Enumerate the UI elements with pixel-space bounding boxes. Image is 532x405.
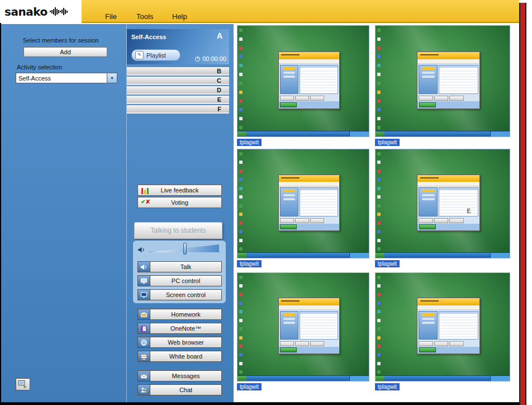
playlist-button[interactable]: ✎ Playlist	[131, 49, 180, 61]
live-feedback-button[interactable]: Live feedback	[137, 185, 222, 196]
chat-label: Chat	[150, 385, 221, 395]
screen-icon	[138, 290, 150, 300]
desktop-icons-column	[377, 152, 381, 251]
whiteboard-icon	[138, 351, 150, 361]
window-body	[417, 64, 479, 96]
system-tray	[490, 131, 510, 136]
window-menu-bar	[417, 305, 479, 310]
student-desktop-preview	[375, 25, 510, 137]
volume-thumb[interactable]	[183, 243, 187, 255]
talk-button[interactable]: Talk	[137, 261, 222, 272]
white-board-label: White board	[150, 351, 221, 361]
web-browser-button[interactable]: Web browser	[137, 337, 222, 348]
window-left-edge	[0, 23, 1, 405]
student-name-label[interactable]: tplagwit	[375, 383, 400, 390]
window-title-bar	[279, 52, 339, 59]
window-status-strip	[417, 101, 479, 108]
sanako-waveform-icon	[50, 7, 68, 16]
window-status-strip	[279, 101, 339, 108]
student-screen-thumbnail[interactable]: tplagwit	[237, 272, 369, 382]
menu-tools[interactable]: Tools	[136, 12, 153, 21]
talking-to-students-header: Talking to students	[134, 222, 222, 239]
chevron-down-icon[interactable]: ▼	[107, 73, 117, 83]
timer-value: 00:00:00	[202, 55, 226, 62]
chat-button[interactable]: Chat	[137, 384, 222, 395]
window-menu-bar	[279, 182, 339, 186]
session-tab-c[interactable]: C	[127, 77, 229, 85]
session-tab-a[interactable]: A	[217, 31, 222, 40]
messages-button[interactable]: Messages	[137, 370, 222, 382]
window-footer-buttons	[417, 341, 479, 347]
window-footer-buttons	[279, 341, 339, 347]
start-button-icon	[376, 253, 384, 258]
activity-selection-dropdown[interactable]: Self-Access ▼	[16, 73, 117, 83]
student-screen-thumbnail[interactable]: tplagwit	[237, 149, 369, 258]
window-sidebar	[280, 311, 298, 340]
envelope-icon	[138, 371, 150, 381]
window-status-strip	[279, 347, 339, 354]
add-button[interactable]: Add	[23, 47, 107, 57]
session-tab-d[interactable]: D	[127, 86, 229, 95]
voting-label: Voting	[171, 199, 188, 206]
system-tray	[349, 253, 369, 258]
student-app-window	[417, 51, 479, 109]
window-status-strip	[417, 347, 479, 354]
window-body	[279, 186, 339, 217]
screen-control-button[interactable]: Screen control	[137, 289, 222, 300]
desktop-icons-column	[377, 29, 381, 129]
student-app-window	[278, 298, 340, 354]
vote-check-cross-icon: ✔✘	[141, 199, 150, 205]
window-list	[300, 311, 338, 340]
student-screen-thumbnail[interactable]: tplagwit	[375, 25, 510, 137]
start-button-icon	[238, 131, 246, 136]
onenote-button[interactable]: OneNote™	[137, 323, 222, 334]
window-sidebar	[280, 187, 298, 216]
window-list	[300, 65, 338, 95]
session-activity-title: Self-Access	[131, 34, 166, 40]
screen-control-label: Screen control	[150, 290, 221, 300]
window-menu-bar	[417, 182, 479, 186]
menu-help[interactable]: Help	[172, 12, 187, 21]
session-tab-e[interactable]: E	[127, 96, 229, 104]
session-tab-f[interactable]: F	[127, 105, 229, 114]
window-list	[300, 187, 338, 216]
student-name-label[interactable]: tplagwit	[237, 383, 262, 390]
student-desktop-preview	[237, 25, 369, 137]
taskbar	[376, 252, 510, 258]
student-name-label[interactable]: tplagwit	[237, 260, 262, 267]
white-board-button[interactable]: White board	[137, 351, 222, 362]
window-list	[439, 311, 478, 340]
system-tray	[490, 376, 510, 381]
window-menu-bar	[279, 59, 339, 64]
window-list	[439, 65, 478, 95]
student-name-label[interactable]: tplagwit	[375, 139, 400, 146]
student-name-label[interactable]: tplagwit	[237, 139, 262, 146]
pc-control-button[interactable]: PC control	[137, 275, 222, 286]
student-name-label[interactable]: tplagwit	[375, 260, 400, 267]
student-app-window	[417, 298, 479, 354]
session-timer: 00:00:00	[195, 55, 226, 62]
window-menu-bar	[279, 305, 339, 310]
homework-button[interactable]: Homework	[137, 309, 222, 320]
student-screen-thumbnail[interactable]: E tplagwit	[375, 149, 510, 258]
screen-layout-button[interactable]	[16, 378, 30, 390]
menu-file[interactable]: File	[105, 12, 117, 21]
window-title-bar	[279, 175, 339, 182]
session-tab-b[interactable]: B	[127, 67, 229, 76]
voting-button[interactable]: ✔✘ Voting	[137, 197, 222, 208]
student-app-window	[278, 175, 340, 231]
student-desktop-preview	[237, 272, 369, 382]
talk-label: Talk	[150, 262, 221, 272]
system-tray	[490, 253, 510, 258]
activity-selected-value: Self-Access	[16, 73, 107, 83]
window-title-bar	[417, 175, 479, 182]
student-screen-thumbnail[interactable]: tplagwit	[237, 25, 369, 137]
window-footer-buttons	[417, 218, 479, 224]
taskbar	[376, 131, 510, 136]
start-button-icon	[238, 253, 246, 258]
start-button-icon	[376, 131, 384, 136]
student-app-window	[278, 51, 340, 109]
student-screen-thumbnail[interactable]: tplagwit	[375, 272, 510, 382]
desktop-icons-column	[239, 29, 243, 129]
window-sidebar	[419, 65, 438, 95]
